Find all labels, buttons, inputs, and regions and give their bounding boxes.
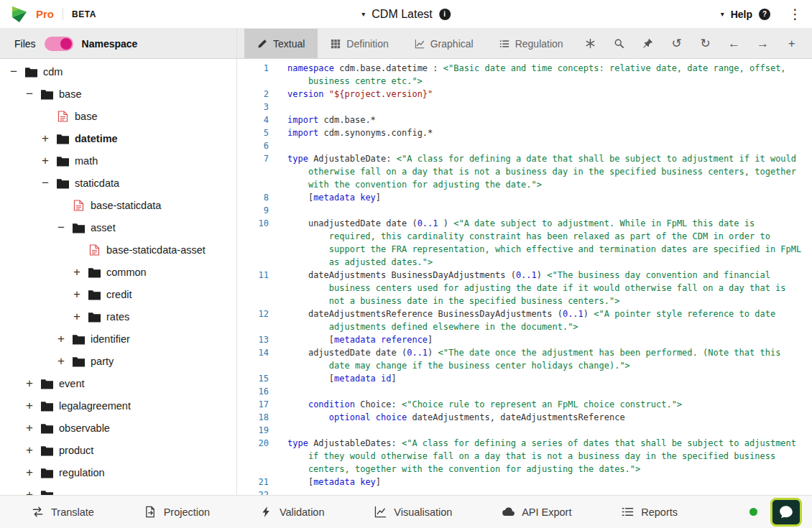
code-line[interactable]: 5import cdm.synonyms.config.*: [237, 126, 812, 139]
tree-item-label: staticdata: [75, 177, 119, 189]
code-line[interactable]: 22: [237, 488, 812, 495]
code-line[interactable]: 13 [metadata reference]: [237, 333, 812, 346]
files-label[interactable]: Files: [14, 38, 36, 50]
zoom-in-button[interactable]: +: [778, 29, 806, 59]
reports-button[interactable]: Reports: [622, 506, 678, 518]
tree-item-base-staticdata[interactable]: base-staticdata: [0, 194, 236, 216]
code-line[interactable]: 16: [237, 385, 812, 398]
collapse-icon[interactable]: −: [7, 65, 20, 78]
code-line[interactable]: 18 optional choice dateAdjustments, date…: [237, 411, 812, 424]
validation-button[interactable]: Validation: [260, 506, 325, 518]
tree-item-event[interactable]: +event: [0, 372, 236, 394]
code-line[interactable]: 14 adjustedDate date (0..1) <"The date o…: [237, 346, 812, 372]
expand-icon[interactable]: +: [23, 444, 36, 456]
search-button[interactable]: [605, 29, 634, 59]
visualisation-button[interactable]: Visualisation: [374, 506, 452, 518]
expand-icon[interactable]: +: [70, 266, 83, 278]
navigate-back-button[interactable]: ←: [720, 29, 749, 59]
tree-item-legalagreement[interactable]: +legalagreement: [0, 394, 236, 417]
help-question-icon[interactable]: ?: [759, 9, 770, 20]
files-namespace-toggle[interactable]: [45, 37, 73, 51]
tab-textual[interactable]: Textual: [244, 29, 318, 58]
tree-item-base[interactable]: −base: [0, 83, 236, 105]
tree-item-math[interactable]: +math: [0, 149, 236, 172]
namespace-label[interactable]: Namespace: [82, 38, 138, 50]
code-text: cdm.base.*: [318, 115, 375, 125]
code-line-content: type AdjustableDate: <"A class for defin…: [287, 152, 806, 191]
expand-icon[interactable]: +: [39, 154, 52, 167]
undo-button[interactable]: ↺: [663, 29, 691, 59]
tree-item-datetime[interactable]: +datetime: [0, 127, 236, 149]
collapse-icon[interactable]: −: [39, 177, 52, 189]
code-line[interactable]: 8 [metadata key]: [237, 191, 812, 204]
code-line[interactable]: 20type AdjustableDates: <"A class for de…: [237, 437, 812, 476]
code-line[interactable]: 10 unadjustedDate date (0..1 ) <"A date …: [237, 217, 812, 269]
info-icon[interactable]: i: [439, 9, 451, 20]
code-text: ]: [428, 335, 433, 345]
tree-item-party[interactable]: +party: [0, 350, 236, 372]
tab-definition[interactable]: Definition: [318, 29, 401, 58]
code-line[interactable]: 6: [237, 139, 812, 152]
code-editor[interactable]: 1namespace cdm.base.datetime : <"Basic d…: [237, 59, 812, 495]
redo-button[interactable]: ↻: [691, 29, 720, 59]
tree-item-product[interactable]: +product: [0, 439, 236, 461]
code-line[interactable]: 15 [metadata id]: [237, 372, 812, 385]
line-number: 13: [237, 333, 282, 346]
folder-icon: [25, 66, 38, 78]
tree-item-credit[interactable]: +credit: [0, 283, 236, 305]
tree-item-base-staticdata-asset[interactable]: base-staticdata-asset: [0, 238, 236, 261]
code-line[interactable]: 21 [metadata key]: [237, 476, 812, 488]
chart-icon: [415, 39, 425, 49]
tree-item-asset[interactable]: −asset: [0, 216, 236, 238]
expand-icon[interactable]: +: [70, 310, 83, 323]
code-line[interactable]: 11 dateAdjustments BusinessDayAdjustment…: [237, 269, 812, 307]
tree-item-regulation[interactable]: +regulation: [0, 461, 236, 483]
code-line[interactable]: 12 dateAdjustmentsReference BusinessDayA…: [237, 307, 812, 333]
tree-item-observable[interactable]: +observable: [0, 417, 236, 439]
code-line[interactable]: 7type AdjustableDate: <"A class for defi…: [237, 152, 812, 191]
navigate-forward-button[interactable]: →: [749, 29, 778, 59]
expand-icon[interactable]: +: [23, 488, 36, 495]
model-selector[interactable]: ▾ CDM Latest i: [361, 8, 451, 21]
code-line[interactable]: 1namespace cdm.base.datetime : <"Basic d…: [237, 62, 812, 88]
expand-icon[interactable]: +: [23, 422, 36, 434]
expand-icon[interactable]: +: [39, 132, 52, 144]
collapse-icon[interactable]: −: [55, 221, 68, 233]
overflow-menu-icon[interactable]: ⋮: [788, 7, 802, 21]
code-line[interactable]: 2version "${project.version}": [237, 88, 812, 101]
projection-button[interactable]: Projection: [144, 506, 210, 518]
expand-icon[interactable]: +: [23, 399, 36, 412]
code-line-content: [287, 139, 806, 152]
pin-button[interactable]: [634, 29, 663, 59]
collapse-icon[interactable]: −: [23, 88, 36, 100]
help-menu[interactable]: Help: [731, 9, 752, 20]
tab-regulation[interactable]: Regulation: [486, 29, 576, 58]
code-line[interactable]: 4import cdm.base.*: [237, 114, 812, 126]
expand-icon[interactable]: +: [55, 355, 68, 367]
format-button[interactable]: [576, 29, 605, 59]
expand-icon[interactable]: +: [23, 377, 36, 389]
code-line[interactable]: 17 condition Choice: <"Choice rule to re…: [237, 398, 812, 411]
expand-icon[interactable]: +: [23, 466, 36, 478]
tree-item-identifier[interactable]: +identifier: [0, 328, 236, 350]
tree-item-partial[interactable]: +: [0, 483, 236, 495]
tree-item-staticdata[interactable]: −staticdata: [0, 172, 236, 194]
tree-item-cdm[interactable]: −cdm: [0, 60, 236, 83]
translate-button[interactable]: Translate: [32, 506, 94, 518]
code-line[interactable]: 19: [237, 424, 812, 437]
tree-item-base[interactable]: base: [0, 105, 236, 127]
line-number: 17: [237, 398, 282, 411]
expand-icon[interactable]: +: [55, 333, 68, 345]
code-line[interactable]: 9: [237, 204, 812, 217]
code-text: unadjustedDate date (: [287, 218, 417, 228]
api-export-button[interactable]: API Export: [502, 506, 571, 518]
tree-item-rates[interactable]: +rates: [0, 305, 236, 328]
zoom-out-button[interactable]: −: [806, 29, 812, 59]
folder-icon: [41, 489, 54, 496]
expand-icon[interactable]: +: [70, 288, 83, 300]
tab-graphical[interactable]: Graphical: [402, 29, 486, 58]
chat-launcher-button[interactable]: [770, 498, 802, 527]
list-icon: [499, 39, 509, 49]
code-line[interactable]: 3: [237, 101, 812, 114]
tree-item-common[interactable]: +common: [0, 261, 236, 283]
